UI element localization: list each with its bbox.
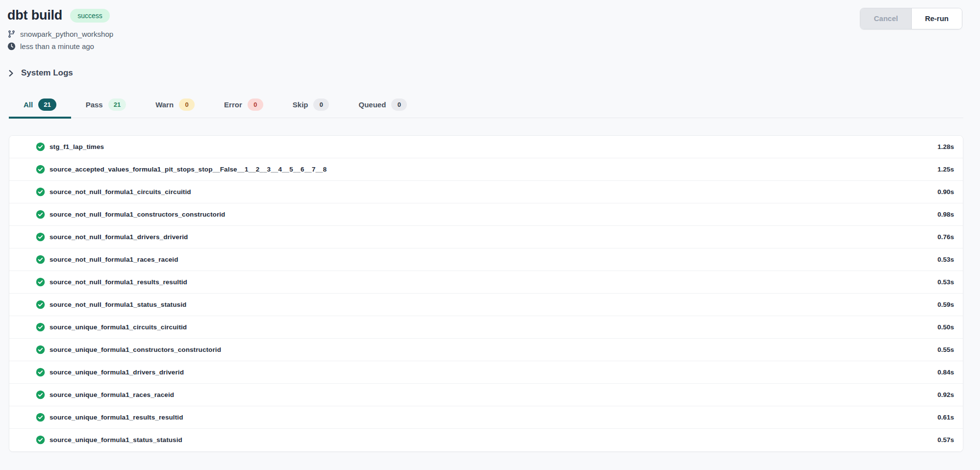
result-name: source_not_null_formula1_drivers_driveri… bbox=[50, 233, 188, 241]
result-duration: 0.53s bbox=[937, 256, 954, 263]
check-circle-icon bbox=[36, 277, 45, 287]
result-row[interactable]: source_unique_formula1_drivers_driverid … bbox=[9, 361, 963, 384]
result-duration: 0.61s bbox=[937, 414, 954, 421]
check-circle-icon bbox=[36, 142, 45, 151]
system-logs-toggle[interactable]: System Logs bbox=[7, 68, 73, 78]
result-row[interactable]: source_not_null_formula1_status_statusid… bbox=[9, 294, 963, 316]
result-duration: 0.90s bbox=[937, 188, 954, 196]
check-circle-icon bbox=[36, 345, 45, 354]
tab-count-badge: 21 bbox=[108, 99, 126, 111]
result-name: source_unique_formula1_constructors_cons… bbox=[50, 346, 221, 353]
expand-chevron-icon[interactable] bbox=[16, 368, 24, 376]
run-time-ago: less than a minute ago bbox=[20, 41, 94, 51]
tab-label: All bbox=[24, 100, 33, 109]
expand-chevron-icon[interactable] bbox=[16, 300, 24, 308]
expand-chevron-icon[interactable] bbox=[16, 413, 24, 421]
result-row[interactable]: source_unique_formula1_races_raceid 0.92… bbox=[9, 384, 963, 406]
result-duration: 1.25s bbox=[937, 166, 954, 173]
status-tab[interactable]: Skip 0 bbox=[278, 94, 344, 119]
result-name: source_not_null_formula1_status_statusid bbox=[50, 301, 186, 308]
chevron-right-icon bbox=[7, 70, 15, 77]
result-row[interactable]: source_accepted_values_formula1_pit_stop… bbox=[9, 158, 963, 181]
result-name: source_not_null_formula1_constructors_co… bbox=[50, 211, 225, 218]
result-row[interactable]: source_unique_formula1_results_resultid … bbox=[9, 406, 963, 429]
expand-chevron-icon[interactable] bbox=[16, 143, 24, 150]
check-circle-icon bbox=[36, 255, 45, 264]
expand-chevron-icon[interactable] bbox=[16, 391, 24, 398]
status-tabs: All 21 Pass 21 Warn 0 Error 0 Skip 0 Que… bbox=[9, 94, 963, 118]
check-circle-icon bbox=[36, 210, 45, 219]
tab-count-badge: 0 bbox=[248, 99, 263, 111]
result-name: source_not_null_formula1_results_resulti… bbox=[50, 278, 187, 286]
rerun-button[interactable]: Re-run bbox=[912, 8, 962, 29]
expand-chevron-icon[interactable] bbox=[16, 346, 24, 353]
run-header: dbt build success snowpark_python_worksh… bbox=[0, 0, 980, 51]
tab-count-badge: 0 bbox=[313, 99, 329, 111]
expand-chevron-icon[interactable] bbox=[16, 233, 24, 241]
result-name: stg_f1_lap_times bbox=[50, 143, 104, 150]
check-circle-icon bbox=[36, 322, 45, 332]
status-tab[interactable]: Error 0 bbox=[209, 94, 278, 119]
result-name: source_not_null_formula1_circuits_circui… bbox=[50, 188, 191, 196]
result-row[interactable]: source_unique_formula1_circuits_circuiti… bbox=[9, 316, 963, 339]
status-tab[interactable]: Queued 0 bbox=[344, 94, 422, 119]
result-row[interactable]: source_not_null_formula1_races_raceid 0.… bbox=[9, 248, 963, 271]
status-tab[interactable]: Pass 21 bbox=[71, 94, 141, 119]
git-branch-icon bbox=[7, 30, 16, 38]
tab-count-badge: 21 bbox=[38, 99, 56, 111]
result-name: source_unique_formula1_status_statusid bbox=[50, 436, 182, 444]
expand-chevron-icon[interactable] bbox=[16, 278, 24, 286]
clock-icon bbox=[7, 42, 16, 50]
expand-chevron-icon[interactable] bbox=[16, 436, 24, 444]
time-row: less than a minute ago bbox=[7, 41, 980, 51]
check-circle-icon bbox=[36, 435, 45, 445]
cancel-button[interactable]: Cancel bbox=[860, 8, 911, 29]
tab-count-badge: 0 bbox=[391, 99, 407, 111]
result-row[interactable]: source_not_null_formula1_results_resulti… bbox=[9, 271, 963, 294]
result-row[interactable]: source_not_null_formula1_constructors_co… bbox=[9, 203, 963, 226]
expand-chevron-icon[interactable] bbox=[16, 165, 24, 173]
result-duration: 0.92s bbox=[937, 391, 954, 398]
expand-chevron-icon[interactable] bbox=[16, 188, 24, 196]
result-name: source_not_null_formula1_races_raceid bbox=[50, 256, 178, 263]
check-circle-icon bbox=[36, 390, 45, 399]
result-duration: 0.84s bbox=[937, 369, 954, 376]
result-row[interactable]: source_unique_formula1_constructors_cons… bbox=[9, 339, 963, 361]
result-duration: 0.59s bbox=[937, 301, 954, 308]
result-duration: 0.50s bbox=[937, 323, 954, 331]
check-circle-icon bbox=[36, 368, 45, 377]
tab-label: Warn bbox=[155, 100, 174, 109]
check-circle-icon bbox=[36, 300, 45, 309]
result-row[interactable]: source_not_null_formula1_drivers_driveri… bbox=[9, 226, 963, 248]
check-circle-icon bbox=[36, 413, 45, 422]
check-circle-icon bbox=[36, 187, 45, 197]
system-logs-label: System Logs bbox=[21, 68, 73, 78]
page-title: dbt build bbox=[7, 8, 62, 23]
check-circle-icon bbox=[36, 232, 45, 242]
tab-label: Pass bbox=[86, 100, 103, 109]
result-duration: 0.76s bbox=[937, 233, 954, 241]
tab-label: Skip bbox=[293, 100, 308, 109]
result-row[interactable]: stg_f1_lap_times 1.28s bbox=[9, 136, 963, 158]
branch-row: snowpark_python_workshop bbox=[7, 29, 980, 39]
branch-name: snowpark_python_workshop bbox=[20, 29, 113, 39]
expand-chevron-icon[interactable] bbox=[16, 323, 24, 331]
tab-label: Error bbox=[224, 100, 242, 109]
status-tab[interactable]: All 21 bbox=[9, 94, 71, 119]
result-name: source_unique_formula1_drivers_driverid bbox=[50, 369, 184, 376]
result-name: source_unique_formula1_races_raceid bbox=[50, 391, 174, 398]
result-row[interactable]: source_unique_formula1_status_statusid 0… bbox=[9, 429, 963, 451]
check-circle-icon bbox=[36, 165, 45, 174]
status-tab[interactable]: Warn 0 bbox=[141, 94, 209, 119]
tab-count-badge: 0 bbox=[179, 99, 195, 111]
result-duration: 0.55s bbox=[937, 346, 954, 353]
result-name: source_accepted_values_formula1_pit_stop… bbox=[50, 166, 327, 173]
result-duration: 0.98s bbox=[937, 211, 954, 218]
result-duration: 0.57s bbox=[937, 436, 954, 444]
run-actions: Cancel Re-run bbox=[860, 8, 962, 29]
expand-chevron-icon[interactable] bbox=[16, 210, 24, 218]
result-row[interactable]: source_not_null_formula1_circuits_circui… bbox=[9, 181, 963, 203]
status-badge: success bbox=[70, 9, 110, 23]
result-name: source_unique_formula1_results_resultid bbox=[50, 414, 183, 421]
expand-chevron-icon[interactable] bbox=[16, 255, 24, 263]
